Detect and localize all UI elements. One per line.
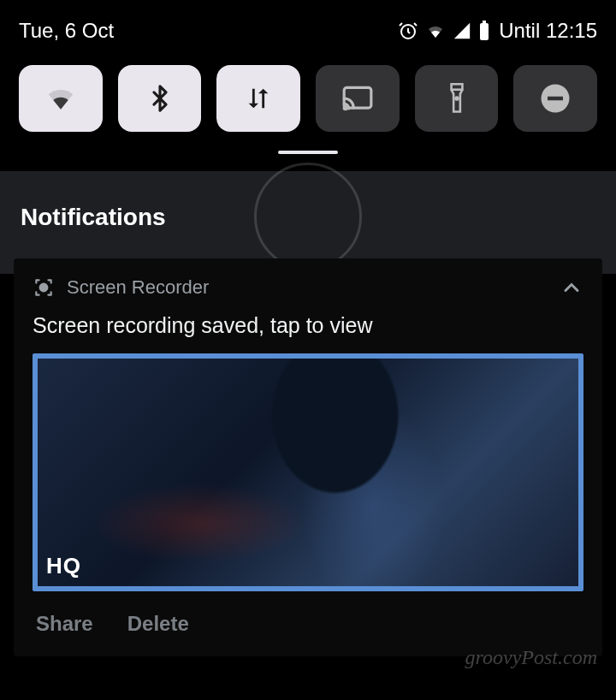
alarm-icon	[398, 21, 418, 41]
notification-app: Screen Recorder	[33, 276, 209, 299]
data-arrows-icon	[244, 84, 273, 113]
share-button[interactable]: Share	[36, 612, 93, 636]
notification-app-name: Screen Recorder	[67, 276, 209, 299]
svg-rect-8	[548, 97, 563, 101]
do-not-disturb-icon	[540, 83, 571, 114]
wifi-icon	[425, 21, 446, 41]
quick-tiles	[19, 65, 597, 132]
collapse-icon[interactable]	[560, 276, 583, 300]
svg-point-4	[344, 107, 346, 110]
svg-rect-5	[451, 84, 462, 89]
screen-recorder-icon	[33, 276, 55, 299]
wifi-tile[interactable]	[19, 65, 103, 132]
notification-actions: Share Delete	[33, 591, 583, 646]
delete-button[interactable]: Delete	[127, 612, 189, 636]
svg-point-6	[455, 97, 458, 99]
bluetooth-tile[interactable]	[118, 65, 202, 132]
dnd-tile[interactable]	[513, 65, 597, 132]
battery-icon	[478, 21, 490, 41]
notifications-header: Notifications	[21, 204, 166, 231]
recording-thumbnail[interactable]: HQ	[33, 353, 583, 591]
wifi-icon	[44, 82, 77, 115]
quick-settings-panel: Tue, 6 Oct Until 12:15	[0, 0, 616, 154]
status-bar: Tue, 6 Oct Until 12:15	[19, 19, 597, 43]
notification-card[interactable]: Screen Recorder Screen recording saved, …	[14, 258, 602, 656]
drag-handle[interactable]	[278, 151, 338, 154]
until-time: Until 12:15	[499, 19, 597, 43]
watermark: groovyPost.com	[465, 646, 597, 669]
flashlight-icon	[443, 83, 471, 114]
bluetooth-icon	[145, 84, 175, 113]
svg-rect-1	[480, 23, 489, 40]
flashlight-tile[interactable]	[415, 65, 499, 132]
cast-tile[interactable]	[316, 65, 400, 132]
svg-rect-2	[483, 21, 486, 23]
notification-title: Screen recording saved, tap to view	[33, 313, 583, 338]
hq-badge: HQ	[46, 553, 81, 579]
thumbnail-image	[38, 359, 578, 586]
notification-header-row: Screen Recorder	[33, 276, 583, 300]
cast-icon	[341, 82, 374, 115]
signal-icon	[453, 21, 471, 40]
svg-point-9	[40, 284, 48, 292]
status-date: Tue, 6 Oct	[19, 19, 114, 43]
status-icons	[398, 21, 490, 41]
mobile-data-tile[interactable]	[216, 65, 300, 132]
status-right: Until 12:15	[398, 19, 597, 43]
